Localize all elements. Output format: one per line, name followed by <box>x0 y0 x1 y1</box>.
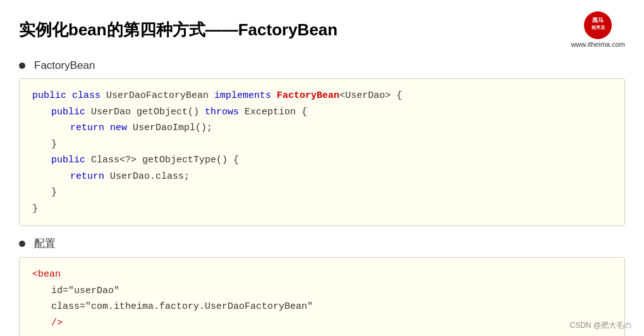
header: 实例化bean的第四种方式——FactoryBean 黑马 程序员 www.it… <box>19 11 625 48</box>
bullet-label-config: 配置 <box>34 236 56 251</box>
footer-text: CSDN @肥大毛の <box>569 321 631 330</box>
page-title: 实例化bean的第四种方式——FactoryBean <box>19 19 337 41</box>
code-line: } <box>32 136 612 153</box>
code-line: public class UserDaoFactoryBean implemen… <box>32 88 612 104</box>
bullet-dot <box>19 63 25 69</box>
bullet-dot <box>19 241 25 247</box>
code-line: } <box>32 201 612 217</box>
code-line: } <box>32 184 612 201</box>
logo-icon: 黑马 程序员 <box>584 11 612 39</box>
bullet-label-factorybean: FactoryBean <box>34 59 95 72</box>
svg-text:程序员: 程序员 <box>591 25 605 30</box>
bullet-item-config: 配置 <box>19 236 625 251</box>
logo-area: 黑马 程序员 www.itheima.com <box>571 11 625 48</box>
code-block-xml: <bean id="userDao" class="com.itheima.fa… <box>19 257 625 336</box>
code-line: return new UserDaoImpl(); <box>32 120 612 136</box>
code-block-java: public class UserDaoFactoryBean implemen… <box>19 78 625 226</box>
code-line: <bean <box>32 267 612 283</box>
logo-text: www.itheima.com <box>571 40 625 48</box>
code-line: return UserDao.class; <box>32 169 612 185</box>
footer-note: CSDN @肥大毛の <box>569 320 631 331</box>
code-line: id="userDao" <box>32 283 612 299</box>
page: 实例化bean的第四种方式——FactoryBean 黑马 程序员 www.it… <box>0 0 644 336</box>
svg-text:黑马: 黑马 <box>592 17 604 23</box>
bullet-item-factorybean: FactoryBean <box>19 59 625 72</box>
code-line: class="com.itheima.factory.UserDaoFactor… <box>32 299 612 315</box>
code-line: /> <box>32 315 612 332</box>
code-line: public Class<?> getObjectType() { <box>32 152 612 169</box>
code-line: public UserDao getObject() throws Except… <box>32 104 612 121</box>
